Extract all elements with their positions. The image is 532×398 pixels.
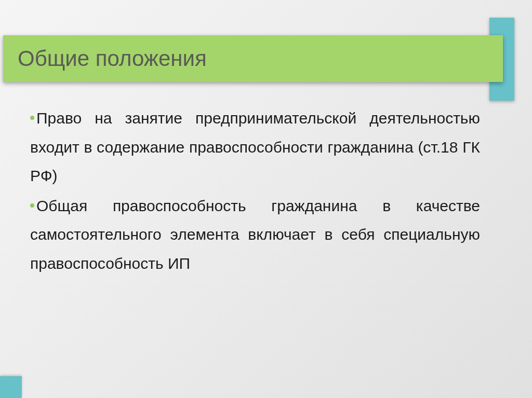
- accent-bottom-left: [0, 376, 22, 398]
- bullet-text: Общая правоспособность гражданина в каче…: [30, 197, 480, 272]
- title-bar: Общие положения: [3, 35, 503, 82]
- bullet-icon: [30, 203, 34, 208]
- slide-title: Общие положения: [18, 46, 207, 71]
- bullet-text: Право на занятие предпринимательской дея…: [30, 109, 480, 184]
- bullet-item: Право на занятие предпринимательской дея…: [30, 104, 480, 190]
- bullet-item: Общая правоспособность гражданина в каче…: [30, 191, 480, 278]
- slide-body: Право на занятие предпринимательской дея…: [30, 104, 480, 377]
- bullet-icon: [30, 116, 34, 120]
